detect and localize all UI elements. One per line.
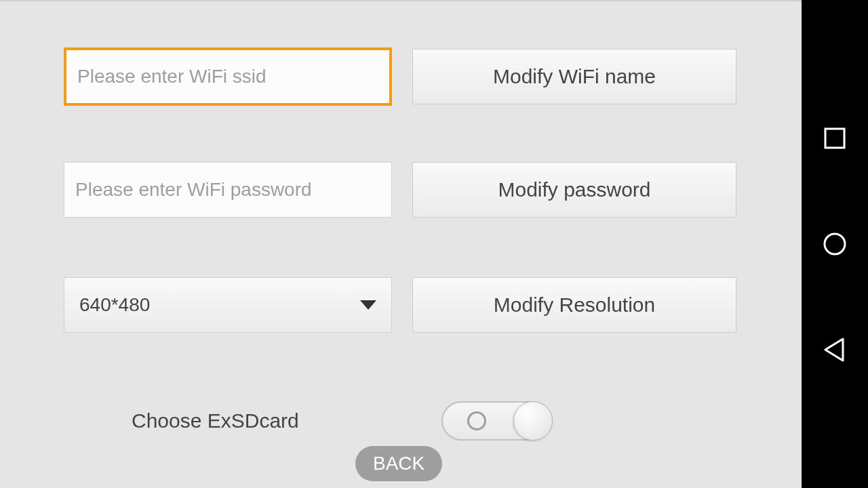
wifi-ssid-input[interactable] — [64, 47, 392, 106]
android-nav-bar — [802, 0, 868, 488]
toggle-knob — [513, 401, 553, 441]
back-icon[interactable] — [823, 338, 847, 362]
svg-rect-0 — [825, 129, 844, 148]
modify-wifi-name-button[interactable]: Modify WiFi name — [412, 49, 736, 104]
toggle-off-indicator-icon — [467, 411, 486, 430]
back-button[interactable]: BACK — [355, 446, 442, 481]
recent-apps-icon[interactable] — [823, 126, 847, 150]
exsdcard-toggle-row: Choose ExSDcard — [132, 401, 553, 441]
svg-point-1 — [825, 234, 845, 254]
resolution-selected-value: 640*480 — [79, 294, 150, 316]
exsdcard-toggle[interactable] — [441, 401, 553, 441]
resolution-row: 640*480 Modify Resolution — [64, 277, 736, 333]
wifi-password-input[interactable] — [64, 162, 392, 218]
chevron-down-icon — [360, 300, 376, 310]
wifi-password-row: Modify password — [64, 162, 736, 218]
settings-container: Modify WiFi name Modify password 640*480… — [0, 0, 802, 488]
home-icon[interactable] — [823, 232, 847, 256]
exsdcard-label: Choose ExSDcard — [132, 409, 299, 432]
resolution-dropdown[interactable]: 640*480 — [64, 277, 392, 333]
wifi-name-row: Modify WiFi name — [64, 47, 736, 106]
modify-password-button[interactable]: Modify password — [412, 162, 736, 218]
modify-resolution-button[interactable]: Modify Resolution — [412, 277, 736, 333]
